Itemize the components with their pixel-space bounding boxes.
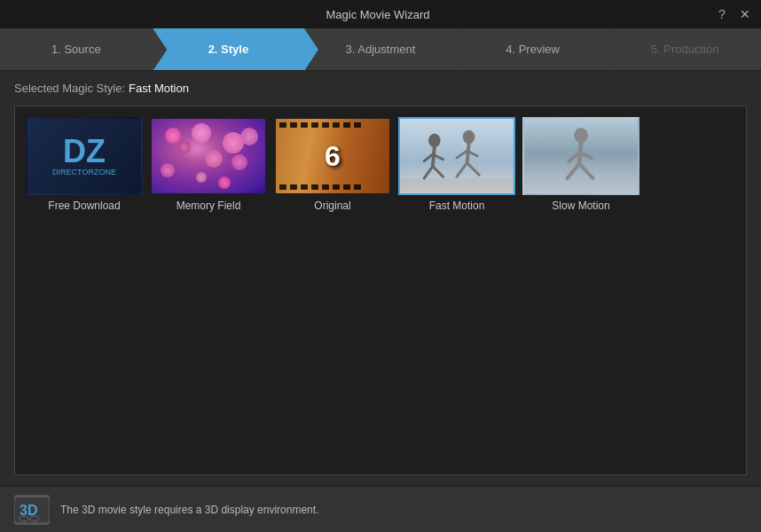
style-thumb-fast-motion [398, 117, 515, 195]
help-button[interactable]: ? [713, 7, 731, 21]
step-preview[interactable]: 4. Preview [457, 28, 609, 70]
title-bar: Magic Movie Wizard ? ✕ [0, 0, 761, 28]
selected-style-bar: Selected Magic Style: Fast Motion [14, 82, 747, 95]
style-item-memory-field[interactable]: Memory Field [150, 117, 267, 212]
svg-point-8 [463, 130, 475, 145]
svg-line-9 [467, 144, 469, 162]
step-style[interactable]: 2. Style [153, 28, 305, 70]
style-item-slow-motion[interactable]: Slow Motion [522, 117, 639, 212]
style-label-free-download: Free Download [48, 200, 120, 212]
style-item-original[interactable]: 6 Original [274, 117, 391, 212]
step-source[interactable]: 1. Source [0, 28, 153, 70]
main-content: Selected Magic Style: Fast Motion DZ DIR… [0, 71, 761, 486]
window-title: Magic Movie Wizard [43, 8, 713, 21]
style-item-free-download[interactable]: DZ DIRECTORZONE Free Download [26, 117, 143, 212]
style-thumb-slow-motion [522, 117, 639, 195]
svg-point-16 [574, 128, 588, 143]
selected-style-label: Selected Magic Style: [14, 82, 125, 95]
info-text: The 3D movie style requires a 3D display… [60, 504, 318, 516]
svg-point-2 [428, 134, 441, 148]
title-bar-controls: ? ✕ [713, 7, 754, 21]
style-thumb-memory-field [150, 117, 267, 195]
3d-icon: 3D [14, 495, 50, 525]
svg-line-3 [433, 147, 435, 166]
svg-text:3D: 3D [20, 503, 37, 518]
style-item-fast-motion[interactable]: Fast Motion [398, 117, 515, 212]
style-thumb-free-download: DZ DIRECTORZONE [26, 117, 143, 195]
step-adjustment[interactable]: 3. Adjustment [304, 28, 457, 70]
step-production: 5. Production [608, 28, 761, 70]
style-label-memory-field: Memory Field [177, 200, 241, 212]
steps-bar: 1. Source 2. Style 3. Adjustment 4. Prev… [0, 28, 761, 71]
svg-rect-1 [400, 178, 514, 192]
close-button[interactable]: ✕ [736, 7, 754, 21]
style-label-original: Original [314, 200, 350, 212]
gallery-items: DZ DIRECTORZONE Free Download [26, 117, 639, 212]
svg-rect-15 [524, 178, 638, 192]
style-label-fast-motion: Fast Motion [429, 200, 485, 212]
style-label-slow-motion: Slow Motion [552, 200, 609, 212]
info-bar: 3D The 3D movie style requires a 3D disp… [0, 486, 761, 532]
selected-style-value: Fast Motion [129, 82, 189, 95]
style-gallery[interactable]: DZ DIRECTORZONE Free Download [14, 106, 747, 475]
style-thumb-original: 6 [274, 117, 391, 195]
